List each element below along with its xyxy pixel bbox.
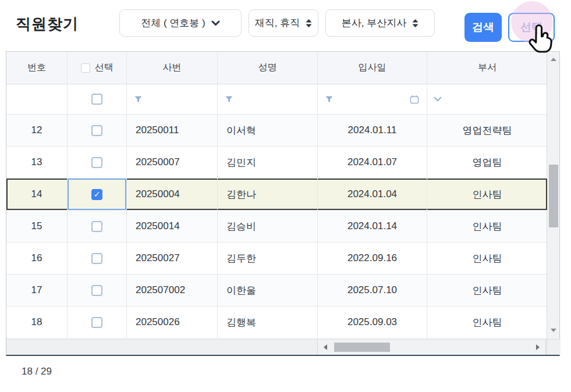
filter-dropdown-payband-label: 전체 ( 연호봉 ) [141, 16, 205, 30]
cell-dept: 인사팀 [427, 243, 547, 274]
cell-no: 18 [6, 307, 68, 338]
calendar-icon[interactable] [410, 95, 419, 104]
filter-dropdown-payband[interactable]: 전체 ( 연호봉 ) [119, 9, 242, 37]
cell-dept: 영업팀 [427, 147, 547, 178]
cell-no: 15 [6, 211, 68, 242]
scroll-left-arrow-icon[interactable] [324, 344, 327, 350]
vertical-scrollbar-thumb[interactable] [549, 165, 558, 227]
cell-no: 12 [6, 115, 68, 146]
table-row[interactable]: 17 202507002 이한울 2025.07.10 인사팀 [6, 275, 547, 307]
row-checkbox[interactable] [91, 285, 102, 296]
row-checkbox[interactable] [91, 189, 102, 200]
table-row[interactable]: 15 20250014 김승비 2024.01.14 인사팀 [6, 211, 547, 243]
cell-emp-id: 20250011 [127, 115, 218, 146]
filter-cell-name[interactable] [218, 84, 318, 114]
row-count: 18 / 29 [22, 366, 52, 377]
column-header-hire-date[interactable]: 입사일 [318, 52, 427, 84]
filter-dropdown-status-label: 재직, 휴직 [255, 16, 300, 30]
filter-cell-select [68, 84, 127, 114]
cell-name: 김한나 [218, 179, 318, 210]
chevron-down-icon[interactable] [434, 97, 442, 102]
cell-name: 김두한 [218, 243, 318, 274]
cell-dept: 인사팀 [427, 179, 547, 210]
cell-name: 이한울 [218, 275, 318, 306]
sort-updown-icon [306, 19, 312, 27]
cell-emp-id: 202507002 [127, 275, 218, 306]
grid-header-row: 번호 선택 사번 성명 입사일 부서 [6, 52, 547, 84]
cell-name: 이서혁 [218, 115, 318, 146]
column-header-emp-id[interactable]: 사번 [127, 52, 218, 84]
cell-no: 16 [6, 243, 68, 274]
cell-emp-id: 20250014 [127, 211, 218, 242]
funnel-icon[interactable] [325, 96, 333, 103]
filter-dropdown-status[interactable]: 재직, 휴직 [249, 9, 318, 37]
filter-cell-no [6, 84, 68, 114]
filter-dropdown-office-label: 본사, 부산지사 [342, 16, 406, 30]
scrollbar-corner [547, 339, 559, 355]
row-checkbox[interactable] [91, 221, 102, 232]
column-header-no[interactable]: 번호 [6, 52, 68, 84]
filter-cell-dept[interactable] [427, 84, 547, 114]
table-row[interactable]: 12 20250011 이서혁 2024.01.11 영업전략팀 [6, 115, 547, 147]
cell-emp-id: 20250007 [127, 147, 218, 178]
employee-grid: 번호 선택 사번 성명 입사일 부서 [6, 51, 560, 356]
employee-search-dialog: 직원찾기 전체 ( 연호봉 ) 재직, 휴직 본사, 부산지사 검색 선택 번호 [0, 0, 571, 392]
table-row[interactable]: 16 20250027 김두한 2022.09.16 인사팀 [6, 243, 547, 275]
cell-select [68, 275, 127, 306]
funnel-icon[interactable] [225, 96, 233, 103]
horizontal-scrollbar[interactable] [318, 340, 546, 355]
table-body: 12 20250011 이서혁 2024.01.11 영업전략팀 13 2025… [6, 115, 547, 338]
scroll-right-arrow-icon[interactable] [536, 344, 540, 350]
cell-hire-date: 2022.09.16 [318, 243, 427, 274]
filter-cell-emp-id[interactable] [127, 84, 218, 114]
cell-select [68, 243, 127, 274]
filter-cell-hire-date[interactable] [318, 84, 427, 114]
cell-select [68, 307, 127, 338]
column-header-dept[interactable]: 부서 [427, 52, 547, 84]
cell-select [68, 115, 127, 146]
table-row[interactable]: 13 20250007 김민지 2024.01.07 영업팀 [6, 147, 547, 179]
table-row[interactable]: 18 20250026 김행복 2025.09.03 인사팀 [6, 307, 547, 338]
row-checkbox[interactable] [91, 317, 102, 328]
cell-name: 김행복 [218, 307, 318, 338]
grid-filter-row [6, 84, 547, 115]
search-button[interactable]: 검색 [464, 13, 502, 42]
cell-hire-date: 2024.01.07 [318, 147, 427, 178]
cell-select [68, 211, 127, 242]
select-all-checkbox[interactable] [81, 63, 90, 73]
sort-updown-icon [412, 19, 419, 27]
horizontal-scrollbar-thumb[interactable] [334, 343, 390, 352]
frozen-columns-area [6, 340, 318, 355]
cell-hire-date: 2025.09.03 [318, 307, 427, 338]
filter-select-checkbox[interactable] [91, 94, 102, 105]
cell-no: 17 [6, 275, 68, 306]
scroll-up-arrow-icon[interactable] [551, 58, 556, 61]
row-checkbox[interactable] [91, 125, 102, 136]
cell-hire-date: 2024.01.14 [318, 211, 427, 242]
cell-no: 13 [6, 147, 68, 178]
cell-emp-id: 20250004 [127, 179, 218, 210]
funnel-icon[interactable] [134, 96, 142, 103]
page-title: 직원찾기 [16, 14, 79, 34]
row-checkbox[interactable] [91, 157, 102, 168]
column-header-select-label: 선택 [95, 62, 114, 74]
column-header-name[interactable]: 성명 [218, 52, 318, 84]
cell-dept: 인사팀 [427, 275, 547, 306]
scroll-down-arrow-icon[interactable] [551, 329, 556, 332]
cell-hire-date: 2024.01.04 [318, 179, 427, 210]
vertical-scrollbar[interactable] [547, 52, 559, 339]
cell-hire-date: 2025.07.10 [318, 275, 427, 306]
column-header-select[interactable]: 선택 [68, 52, 127, 84]
cell-select [68, 179, 127, 210]
select-button[interactable]: 선택 [508, 13, 555, 42]
table-row[interactable]: 14 20250004 김한나 2024.01.04 인사팀 [6, 179, 547, 211]
chevron-down-icon [211, 20, 220, 26]
cell-emp-id: 20250026 [127, 307, 218, 338]
cell-select [68, 147, 127, 178]
cell-hire-date: 2024.01.11 [318, 115, 427, 146]
cell-dept: 인사팀 [427, 307, 547, 338]
cell-dept: 인사팀 [427, 211, 547, 242]
row-checkbox[interactable] [91, 253, 102, 264]
cell-dept: 영업전략팀 [427, 115, 547, 146]
filter-dropdown-office[interactable]: 본사, 부산지사 [325, 9, 435, 37]
